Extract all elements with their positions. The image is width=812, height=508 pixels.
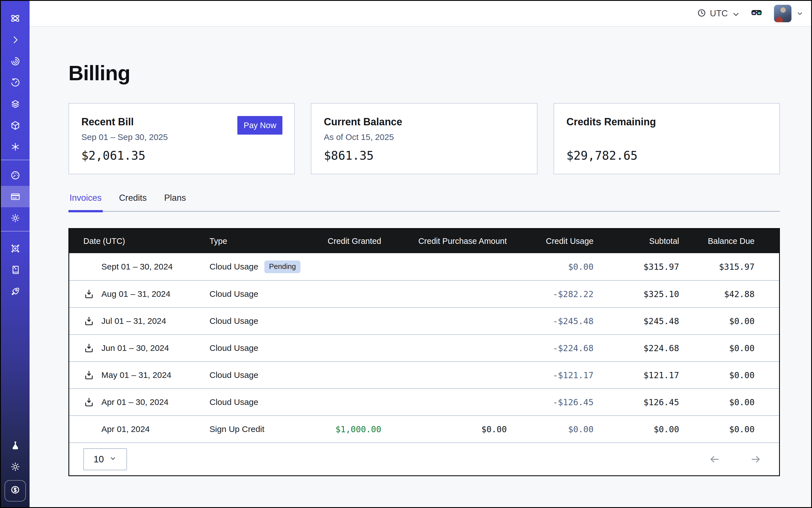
cell-balance-due: $0.00 bbox=[679, 343, 755, 353]
timezone-selector[interactable]: UTC bbox=[697, 8, 739, 19]
download-icon[interactable] bbox=[83, 396, 95, 408]
download-icon[interactable] bbox=[83, 370, 95, 381]
cell-balance-due: $0.00 bbox=[679, 316, 755, 326]
download-icon[interactable] bbox=[83, 288, 95, 300]
cell-balance-due: $0.00 bbox=[679, 397, 755, 407]
sidebar-item-sun[interactable] bbox=[1, 456, 30, 477]
cell-date: Apr 01 – 30, 2024 bbox=[69, 396, 210, 408]
user-menu[interactable] bbox=[774, 5, 804, 22]
tab-credits[interactable]: Credits bbox=[118, 193, 148, 211]
table-body: Sept 01 – 30, 2024 Cloud Usage Pending $… bbox=[69, 253, 779, 442]
page-size-select[interactable]: 10 bbox=[83, 448, 127, 470]
download-icon[interactable] bbox=[83, 342, 95, 354]
sidebar-item-gear[interactable] bbox=[1, 207, 30, 229]
table-row: Apr 01, 2024 Sign Up Credit $1,000.00$0.… bbox=[69, 415, 779, 442]
pay-now-button[interactable]: Pay Now bbox=[237, 116, 283, 135]
sidebar-top-group bbox=[1, 1, 30, 158]
credits-remaining-card: Credits Remaining $29,782.65 bbox=[554, 103, 780, 174]
current-balance-amount: $861.35 bbox=[324, 149, 374, 163]
invoice-date: Jun 01 – 30, 2024 bbox=[101, 343, 169, 353]
cell-subtotal: $315.97 bbox=[594, 262, 679, 272]
sidebar-item-dollar-badge[interactable] bbox=[4, 480, 26, 502]
cell-subtotal: $224.68 bbox=[594, 343, 679, 353]
cell-credit-usage: $0.00 bbox=[507, 424, 594, 434]
column-header-credit-usage: Credit Usage bbox=[507, 237, 594, 246]
user-avatar[interactable] bbox=[774, 5, 792, 22]
book-icon bbox=[10, 265, 20, 275]
cell-date: Sept 01 – 30, 2024 bbox=[69, 261, 210, 272]
tab-invoices[interactable]: Invoices bbox=[69, 193, 103, 211]
cell-subtotal: $325.10 bbox=[594, 289, 679, 299]
chevron-down-icon bbox=[109, 454, 117, 465]
invoice-date: Aug 01 – 31, 2024 bbox=[101, 289, 170, 299]
sidebar-item-book[interactable] bbox=[1, 259, 30, 281]
cell-type: Sign Up Credit bbox=[210, 424, 314, 434]
cell-subtotal: $121.17 bbox=[594, 370, 679, 380]
sidebar-item-cube[interactable] bbox=[1, 115, 30, 136]
invoice-type: Cloud Usage bbox=[210, 289, 258, 299]
table-row: Aug 01 – 31, 2024 Cloud Usage -$282.22$3… bbox=[69, 280, 779, 307]
previous-page-button[interactable] bbox=[709, 453, 721, 465]
cell-type: Cloud Usage bbox=[210, 370, 314, 380]
sidebar-item-gauge[interactable] bbox=[1, 164, 30, 186]
sidebar-item-credit-card[interactable] bbox=[1, 186, 30, 207]
cell-type: Cloud Usage Pending bbox=[210, 260, 314, 273]
cell-type: Cloud Usage bbox=[210, 289, 314, 299]
layers-icon bbox=[10, 99, 20, 109]
sidebar-divider bbox=[1, 231, 30, 231]
invoice-type: Cloud Usage bbox=[210, 397, 258, 407]
goggles-button[interactable] bbox=[750, 7, 763, 20]
page-size-value: 10 bbox=[93, 454, 104, 465]
cell-credit-usage: -$121.17 bbox=[507, 370, 594, 380]
table-row: Jun 01 – 30, 2024 Cloud Usage -$224.68$2… bbox=[69, 334, 779, 361]
sidebar-middle-group bbox=[1, 164, 30, 229]
card-subtitle: As of Oct 15, 2025 bbox=[324, 132, 524, 142]
timezone-label: UTC bbox=[710, 8, 728, 18]
column-header-balance-due: Balance Due bbox=[679, 237, 755, 246]
column-header-subtotal: Subtotal bbox=[594, 237, 679, 246]
dollar-badge-icon bbox=[9, 484, 21, 497]
cell-type: Cloud Usage bbox=[210, 343, 314, 353]
credit-card-icon bbox=[10, 192, 20, 202]
credits-remaining-amount: $29,782.65 bbox=[566, 149, 638, 163]
sidebar-item-helm[interactable] bbox=[1, 238, 30, 259]
tab-plans[interactable]: Plans bbox=[163, 193, 187, 211]
card-title: Credits Remaining bbox=[566, 116, 767, 128]
download-icon[interactable] bbox=[83, 315, 95, 327]
cell-credit-usage: -$224.68 bbox=[507, 343, 594, 353]
cell-subtotal: $126.45 bbox=[594, 397, 679, 407]
table-row: Apr 01 – 30, 2024 Cloud Usage -$126.45$1… bbox=[69, 388, 779, 415]
radar-icon bbox=[10, 56, 20, 67]
column-header-credit-granted: Credit Granted bbox=[314, 237, 381, 246]
spark-logo-icon bbox=[9, 12, 22, 25]
card-title: Current Balance bbox=[324, 116, 524, 128]
sidebar-item-spark-logo[interactable] bbox=[1, 8, 30, 29]
gauge-icon bbox=[10, 170, 20, 180]
cell-date: Jun 01 – 30, 2024 bbox=[69, 342, 210, 354]
cell-balance-due: $315.97 bbox=[679, 262, 755, 272]
pagination-arrows bbox=[709, 453, 762, 465]
cell-credit-usage: -$245.48 bbox=[507, 316, 594, 326]
cell-type: Cloud Usage bbox=[210, 316, 314, 326]
sidebar-item-radar[interactable] bbox=[1, 50, 30, 72]
invoice-date: Sept 01 – 30, 2024 bbox=[101, 262, 173, 271]
next-page-button[interactable] bbox=[750, 453, 762, 465]
cell-date: May 01 – 31, 2024 bbox=[69, 370, 210, 381]
invoice-type: Sign Up Credit bbox=[210, 424, 264, 434]
sidebar-item-layers[interactable] bbox=[1, 93, 30, 115]
sidebar-item-asterisk[interactable] bbox=[1, 136, 30, 158]
sidebar-item-timer[interactable] bbox=[1, 72, 30, 93]
gear-icon bbox=[10, 213, 20, 223]
cell-credit-usage: -$282.22 bbox=[507, 289, 594, 299]
sidebar-item-chevron-right[interactable] bbox=[1, 29, 30, 50]
cell-credit-usage: $0.00 bbox=[507, 262, 594, 272]
sidebar-item-rocket[interactable] bbox=[1, 281, 30, 302]
summary-cards: Recent Bill Sep 01 – Sep 30, 2025 $2,061… bbox=[69, 103, 780, 174]
download-icon-placeholder bbox=[83, 424, 95, 435]
sidebar-bottom-group bbox=[1, 434, 30, 507]
sidebar bbox=[1, 1, 30, 507]
sidebar-lower-group bbox=[1, 238, 30, 302]
table-footer: 10 bbox=[69, 442, 779, 475]
sidebar-item-flask[interactable] bbox=[1, 434, 30, 456]
sun-icon bbox=[10, 462, 20, 472]
